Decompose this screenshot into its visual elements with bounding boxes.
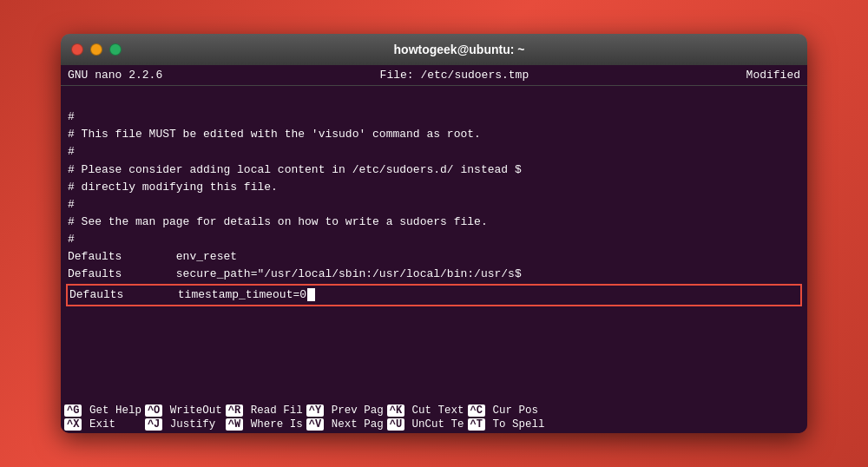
key-cv: ^V [306, 418, 324, 431]
maximize-button[interactable] [109, 43, 122, 56]
terminal-window: howtogeek@ubuntu: ~ GNU nano 2.2.6 File:… [61, 34, 807, 433]
nano-header: GNU nano 2.2.6 File: /etc/sudoers.tmp Mo… [61, 65, 807, 86]
label-readfile: Read Fil [244, 405, 303, 417]
window-buttons [71, 43, 122, 56]
nano-filename: File: /etc/sudoers.tmp [380, 69, 529, 82]
key-cg: ^G [64, 405, 82, 417]
label-curpos: Cur Pos [486, 405, 538, 417]
label-prevpage: Prev Pag [325, 405, 384, 417]
editor-line: Defaults env_reset [68, 248, 800, 266]
key-cr: ^R [226, 405, 243, 417]
label-justify: Justify [163, 418, 222, 431]
editor-line: # This file MUST be edited with the 'vis… [68, 126, 800, 143]
editor-line: # See the man page for details on how to… [68, 214, 800, 231]
minimize-button[interactable] [90, 43, 102, 56]
terminal-body[interactable]: GNU nano 2.2.6 File: /etc/sudoers.tmp Mo… [61, 65, 807, 433]
footer-item-cuttext[interactable]: ^K Cut Text [387, 405, 464, 417]
editor-line: # [68, 143, 800, 161]
nano-footer: ^G Get Help ^O WriteOut ^R Read Fil ^Y P… [61, 402, 807, 433]
label-uncut: UnCut Te [405, 418, 464, 431]
label-exit: Exit [82, 418, 141, 431]
key-co: ^O [145, 405, 162, 417]
label-writeout: WriteOut [163, 405, 222, 417]
label-nextpage: Next Pag [325, 418, 384, 431]
footer-item-nextpage[interactable]: ^V Next Pag [306, 418, 384, 431]
text-cursor [307, 288, 315, 301]
footer-row-2: ^X Exit ^J Justify ^W Where Is ^V Next P… [61, 418, 807, 431]
editor-line: # directly modifying this file. [68, 179, 800, 196]
label-gethelp: Get Help [82, 405, 141, 417]
label-whereis: Where Is [244, 418, 303, 431]
key-cw: ^W [226, 418, 243, 431]
footer-item-prevpage[interactable]: ^Y Prev Pag [306, 405, 384, 417]
label-cuttext: Cut Text [405, 405, 464, 417]
key-ct: ^T [468, 418, 485, 431]
label-tospell: To Spell [486, 418, 545, 431]
footer-item-justify[interactable]: ^J Justify [145, 418, 222, 431]
key-cj: ^J [145, 418, 162, 431]
close-button[interactable] [71, 43, 83, 56]
key-cu: ^U [387, 418, 404, 431]
footer-item-uncut[interactable]: ^U UnCut Te [387, 418, 464, 431]
editor-line: # [68, 109, 800, 126]
footer-item-whereis[interactable]: ^W Where Is [226, 418, 303, 431]
key-cc: ^C [468, 405, 485, 417]
footer-item-writeout[interactable]: ^O WriteOut [145, 405, 222, 417]
window-title: howtogeek@ubuntu: ~ [122, 43, 797, 56]
footer-item-readfile[interactable]: ^R Read Fil [226, 405, 303, 417]
footer-item-exit[interactable]: ^X Exit [64, 418, 141, 431]
nano-version: GNU nano 2.2.6 [68, 69, 162, 82]
editor-line: # Please consider adding local content i… [68, 161, 800, 179]
key-ck: ^K [387, 405, 404, 417]
footer-row-1: ^G Get Help ^O WriteOut ^R Read Fil ^Y P… [61, 404, 807, 418]
nano-status: Modified [746, 69, 800, 82]
footer-item-curpos[interactable]: ^C Cur Pos [468, 405, 538, 417]
titlebar: howtogeek@ubuntu: ~ [61, 34, 807, 65]
editor-line: # [68, 231, 800, 248]
key-cx: ^X [64, 418, 82, 431]
editor-line: # [68, 196, 800, 214]
editor-area[interactable]: # # This file MUST be edited with the 'v… [61, 86, 807, 402]
footer-item-gethelp[interactable]: ^G Get Help [64, 405, 141, 417]
highlighted-editor-line: Defaults timestamp_timeout=0 [66, 284, 802, 306]
editor-line: Defaults secure_path="/usr/local/sbin:/u… [68, 266, 800, 283]
footer-item-tospell[interactable]: ^T To Spell [468, 418, 545, 431]
key-cy: ^Y [306, 405, 324, 417]
blank-line-top [68, 91, 800, 109]
